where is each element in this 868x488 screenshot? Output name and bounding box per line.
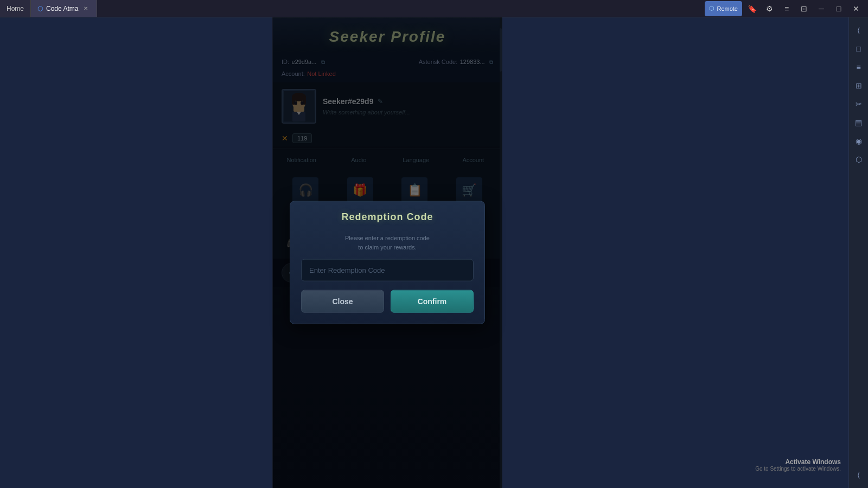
tab-home[interactable]: Home — [0, 0, 31, 17]
sidebar-icon-5[interactable]: ✂ — [850, 95, 867, 113]
redemption-code-input[interactable] — [301, 259, 474, 281]
sidebar-icon-1[interactable]: ⟨ — [850, 22, 867, 39]
home-tab-label: Home — [7, 5, 24, 12]
sidebar-icon-2[interactable]: □ — [850, 40, 867, 57]
modal-description: Please enter a redemption code to claim … — [301, 234, 474, 252]
extensions-icon[interactable]: ≡ — [779, 1, 794, 16]
sidebar-icon-7[interactable]: ◉ — [850, 132, 867, 150]
minimize-button[interactable]: ─ — [814, 1, 829, 16]
taskbar: Home ⬡ Code Atma ✕ ⬡ Remote 🔖 ⚙ ≡ ⊡ ─ □ … — [0, 0, 868, 17]
modal-body: Please enter a redemption code to claim … — [290, 228, 484, 324]
left-background — [0, 17, 272, 488]
confirm-button[interactable]: Confirm — [391, 290, 474, 313]
modal-header: Redemption Code — [290, 202, 484, 228]
sidebar-icon-4[interactable]: ⊞ — [850, 77, 867, 94]
taskbar-controls: ⬡ Remote 🔖 ⚙ ≡ ⊡ ─ □ ✕ — [705, 1, 868, 16]
close-window-button[interactable]: ✕ — [848, 1, 864, 16]
remote-button[interactable]: ⬡ Remote — [705, 1, 742, 16]
bookmark-icon[interactable]: 🔖 — [744, 1, 760, 16]
sidebar-icon-bottom[interactable]: ⟨ — [850, 466, 867, 484]
tab-icon: ⬡ — [37, 5, 43, 12]
remote-icon: ⬡ — [709, 5, 714, 12]
tab-active[interactable]: ⬡ Code Atma ✕ — [31, 0, 97, 17]
right-sidebar: ⟨ □ ≡ ⊞ ✂ ▤ ◉ ⬡ ⟨ — [848, 17, 868, 488]
modal-title: Redemption Code — [301, 211, 474, 223]
modal-buttons: Close Confirm — [301, 290, 474, 313]
redemption-modal: Redemption Code Please enter a redemptio… — [290, 201, 485, 324]
sidebar-icon-8[interactable]: ⬡ — [850, 151, 867, 168]
close-button[interactable]: Close — [301, 290, 384, 313]
sidebar-icon-6[interactable]: ▤ — [850, 114, 867, 131]
sidebar-icon-3[interactable]: ≡ — [850, 59, 867, 76]
cast-icon[interactable]: ⊡ — [796, 1, 812, 16]
settings-icon[interactable]: ⚙ — [762, 1, 777, 16]
remote-label: Remote — [717, 5, 738, 12]
tab-close-icon[interactable]: ✕ — [81, 4, 90, 12]
maximize-button[interactable]: □ — [831, 1, 846, 16]
windows-activate: Activate Windows Go to Settings to activ… — [755, 458, 841, 472]
active-tab-label: Code Atma — [46, 5, 78, 12]
